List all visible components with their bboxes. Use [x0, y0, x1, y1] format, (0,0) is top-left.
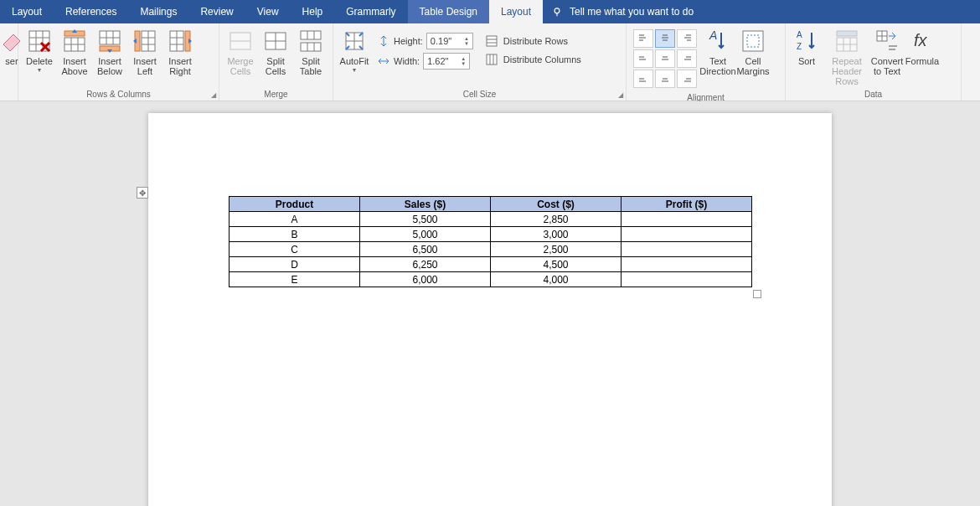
distribute-cols-label: Distribute Columns: [503, 54, 581, 65]
table-row[interactable]: A5,5002,850: [230, 212, 752, 227]
repeat-header-button: Repeat Header Rows: [824, 26, 869, 88]
table-header-row[interactable]: Product Sales ($) Cost ($) Profit ($): [230, 197, 752, 212]
tell-me-search[interactable]: Tell me what you want to do: [543, 6, 702, 18]
width-icon: [377, 54, 390, 68]
height-input[interactable]: 0.19"▲▼: [426, 33, 473, 49]
tab-layout[interactable]: Layout: [0, 0, 54, 23]
page[interactable]: ✥ Product Sales ($) Cost ($) Profit ($) …: [148, 113, 832, 506]
height-icon: [377, 34, 390, 48]
table-cell[interactable]: 5,000: [360, 227, 491, 242]
table-cell[interactable]: B: [230, 227, 360, 242]
sort-button[interactable]: AZ Sort: [789, 26, 824, 68]
col-product[interactable]: Product: [230, 197, 360, 212]
tell-me-label: Tell me what you want to do: [570, 6, 694, 18]
dialog-launcher-icon[interactable]: ◢: [211, 91, 216, 99]
col-profit[interactable]: Profit ($): [622, 197, 752, 212]
tab-review[interactable]: Review: [188, 0, 245, 23]
eraser-button[interactable]: ser: [3, 26, 20, 68]
align-mid-center[interactable]: [655, 49, 675, 68]
split-table-button[interactable]: Split Table: [293, 26, 328, 78]
text-direction-button[interactable]: A Text Direction: [700, 26, 735, 78]
insert-right-button[interactable]: Insert Right: [162, 26, 198, 78]
merge-cells-button: Merge Cells: [223, 26, 258, 78]
table-cell[interactable]: 6,000: [360, 272, 491, 287]
insert-left-icon: [132, 28, 158, 54]
tab-table-layout[interactable]: Layout: [489, 0, 543, 23]
split-cells-icon: [262, 28, 289, 54]
tab-references[interactable]: References: [54, 0, 128, 23]
delete-table-icon: [26, 28, 53, 54]
tab-mailings[interactable]: Mailings: [128, 0, 188, 23]
svg-rect-12: [301, 31, 321, 39]
table-cell[interactable]: E: [230, 272, 360, 287]
align-top-left[interactable]: [633, 29, 653, 48]
table-cell[interactable]: [622, 227, 752, 242]
formula-label: Formula: [905, 56, 939, 66]
align-bot-right[interactable]: [677, 70, 697, 88]
align-bot-center[interactable]: [655, 70, 675, 88]
table-row[interactable]: C6,5002,500: [230, 242, 752, 257]
lightbulb-icon: [551, 6, 563, 18]
table-cell[interactable]: [622, 212, 752, 227]
table-cell[interactable]: 4,500: [491, 257, 622, 272]
table-cell[interactable]: 6,500: [360, 242, 491, 257]
col-cost[interactable]: Cost ($): [491, 197, 622, 212]
eraser-label: ser: [5, 56, 18, 66]
dialog-launcher-icon[interactable]: ◢: [618, 91, 623, 99]
group-label-draw: [0, 88, 18, 101]
col-sales[interactable]: Sales ($): [360, 197, 491, 212]
table-cell[interactable]: A: [230, 212, 360, 227]
merge-cells-label: Merge Cells: [224, 56, 256, 76]
convert-text-icon: [874, 28, 900, 54]
align-top-center[interactable]: [655, 29, 675, 48]
split-cells-label: Split Cells: [260, 56, 291, 76]
table-move-handle[interactable]: ✥: [137, 187, 148, 199]
table-cell[interactable]: 3,000: [491, 227, 622, 242]
svg-text:Z: Z: [797, 42, 802, 51]
distribute-rows-button[interactable]: Distribute Rows: [485, 34, 581, 48]
table-cell[interactable]: [622, 242, 752, 257]
tab-table-design[interactable]: Table Design: [408, 0, 489, 23]
table-cell[interactable]: [622, 272, 752, 287]
convert-text-label: Convert to Text: [871, 56, 904, 76]
convert-text-button[interactable]: Convert to Text: [869, 26, 905, 78]
distribute-cols-button[interactable]: Distribute Columns: [485, 53, 581, 66]
formula-button[interactable]: fx Formula: [905, 26, 940, 68]
table-row[interactable]: B5,0003,000: [230, 227, 752, 242]
table-cell[interactable]: 5,500: [360, 212, 491, 227]
table-cell[interactable]: [622, 257, 752, 272]
table-cell[interactable]: 2,850: [491, 212, 622, 227]
svg-rect-15: [487, 36, 497, 46]
table-row[interactable]: D6,2504,500: [230, 257, 752, 272]
repeat-header-label: Repeat Header Rows: [826, 56, 868, 86]
tab-help[interactable]: Help: [291, 0, 335, 23]
width-input[interactable]: 1.62"▲▼: [423, 53, 470, 70]
tab-view[interactable]: View: [245, 0, 291, 23]
align-mid-left[interactable]: [633, 49, 653, 68]
svg-rect-13: [301, 43, 321, 51]
data-table[interactable]: Product Sales ($) Cost ($) Profit ($) A5…: [229, 196, 752, 287]
insert-above-button[interactable]: Insert Above: [57, 26, 92, 78]
table-cell[interactable]: D: [230, 257, 360, 272]
align-top-right[interactable]: [677, 29, 697, 48]
autofit-label: AutoFit: [340, 56, 369, 66]
table-cell[interactable]: 2,500: [491, 242, 622, 257]
insert-right-label: Insert Right: [164, 56, 196, 76]
table-cell[interactable]: 6,250: [360, 257, 491, 272]
distribute-cols-icon: [485, 53, 498, 66]
autofit-button[interactable]: AutoFit ▾: [337, 26, 372, 75]
insert-below-button[interactable]: Insert Below: [92, 26, 127, 78]
align-mid-right[interactable]: [677, 49, 697, 68]
split-cells-button[interactable]: Split Cells: [258, 26, 293, 78]
table-row[interactable]: E6,0004,000: [230, 272, 752, 287]
table-cell[interactable]: C: [230, 242, 360, 257]
table-resize-handle[interactable]: [753, 290, 761, 298]
svg-text:A: A: [797, 30, 802, 39]
cell-margins-button[interactable]: Cell Margins: [735, 26, 771, 78]
insert-left-button[interactable]: Insert Left: [127, 26, 162, 78]
table-cell[interactable]: 4,000: [491, 272, 622, 287]
tab-grammarly[interactable]: Grammarly: [334, 0, 407, 23]
align-bot-left[interactable]: [633, 70, 653, 88]
delete-button[interactable]: Delete ▾: [22, 26, 57, 75]
group-label-cellsize: Cell Size◢: [333, 88, 626, 101]
